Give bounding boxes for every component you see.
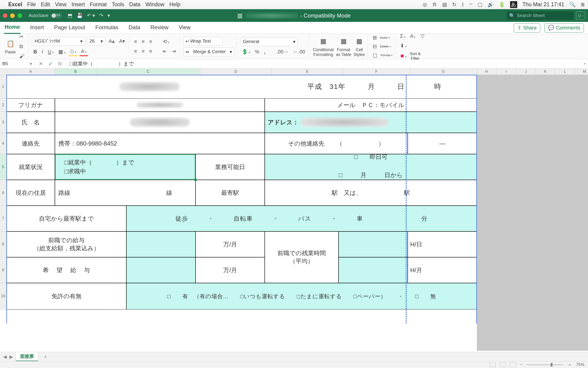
feedback-button[interactable]: ☺ — [576, 11, 585, 20]
spotlight-icon[interactable]: 🔍 — [569, 2, 576, 8]
menu-help[interactable]: Help — [170, 1, 180, 8]
fullscreen-button[interactable] — [18, 13, 22, 18]
rowhdr-10[interactable]: 10 — [0, 283, 6, 310]
paste-button[interactable]: 📋 Paste — [5, 38, 16, 55]
align-bottom-icon[interactable]: ≡ — [148, 38, 154, 46]
qat-home-icon[interactable]: ⬒ — [67, 13, 72, 19]
fill-color-button[interactable]: ◇ — [69, 47, 78, 56]
font-size-select[interactable]: 26▾ — [87, 37, 105, 46]
colhdr-K[interactable]: K — [536, 68, 555, 75]
colhdr-E[interactable]: E — [272, 68, 343, 75]
battery-icon[interactable]: 🔋 — [499, 2, 505, 8]
tab-pagelayout[interactable]: Page Layout — [54, 22, 86, 33]
menu-window[interactable]: Window — [145, 1, 164, 8]
merge-center-button[interactable]: ⇔Merge & Center▾ — [183, 47, 234, 56]
wifi-icon[interactable]: ⌔ — [470, 2, 472, 8]
autosave-switch[interactable]: OFF — [51, 13, 62, 18]
menu-tools[interactable]: Tools — [112, 1, 124, 8]
menu-view[interactable]: View — [55, 1, 67, 8]
dropbox-icon[interactable]: ⩎ — [432, 2, 437, 8]
tab-home[interactable]: Home — [4, 22, 20, 34]
font-color-button[interactable]: A — [79, 47, 88, 56]
status-icon[interactable]: ◎ — [423, 2, 427, 8]
colhdr-C[interactable]: C — [96, 68, 200, 75]
tab-insert[interactable]: Insert — [30, 22, 45, 33]
controlcenter-icon[interactable]: ≣ — [581, 2, 585, 8]
colhdr-L[interactable]: L — [555, 68, 575, 75]
menu-data[interactable]: Data — [129, 1, 140, 8]
clear-icon[interactable]: ✖ — [399, 52, 408, 60]
sheet-nav-prev[interactable]: ◀ — [3, 354, 7, 359]
rowhdr-9[interactable]: 9 — [0, 257, 6, 283]
menu-insert[interactable]: Insert — [71, 1, 85, 8]
sheet-tab-active[interactable]: 面接票 — [16, 352, 38, 361]
zoom-in-button[interactable]: ＋ — [568, 362, 572, 368]
conditional-formatting-button[interactable]: ▦Conditional Formatting — [313, 36, 334, 57]
font-name-select[interactable]: HGSｺﾞｼｯｸM▾ — [32, 37, 85, 46]
worksheet[interactable]: A B C A B C D E F G H I J K L M 1 2 3 4 … — [0, 68, 588, 351]
rowhdr-8[interactable]: 8 — [0, 231, 6, 257]
value-commute[interactable]: 徒歩 ・ 自転車 ・ バス ・ 車 分 — [126, 206, 477, 231]
rowhdr-7[interactable]: 7 — [0, 206, 6, 231]
copy-icon[interactable]: ⧉ — [18, 43, 26, 50]
colhdr-H[interactable]: H — [477, 68, 496, 75]
autosum-icon[interactable]: Σ — [399, 32, 407, 40]
value-overtime-month[interactable] — [338, 257, 408, 283]
underline-button[interactable]: U — [46, 48, 55, 56]
sheet-nav-next[interactable]: ▶ — [10, 354, 13, 359]
date-field[interactable]: 平成 31年 月 日 時 — [272, 75, 477, 98]
fx-icon[interactable]: fx — [58, 61, 62, 67]
rowhdr-5[interactable]: 5 — [0, 154, 6, 180]
value-overtime-day[interactable] — [338, 231, 408, 257]
tab-formulas[interactable]: Formulas — [95, 22, 119, 33]
align-left-icon[interactable]: ≡ — [133, 47, 138, 55]
sort-az-icon[interactable]: A↓ — [409, 32, 417, 40]
align-middle-icon[interactable]: ≡ — [140, 38, 146, 46]
menu-format[interactable]: Format — [90, 1, 107, 8]
bold-button[interactable]: B — [32, 48, 39, 56]
formula-input[interactable]: □就業中（ ）まで — [67, 60, 582, 67]
decrease-decimal-icon[interactable]: ←.00 — [292, 48, 307, 56]
app-name[interactable]: Excel — [8, 1, 22, 8]
tab-view[interactable]: View — [178, 22, 191, 33]
increase-decimal-icon[interactable]: .00→ — [275, 48, 290, 56]
cancel-formula-icon[interactable]: ✕ — [39, 61, 43, 67]
delete-cells-icon[interactable]: ⊟ — [371, 43, 378, 50]
format-cells-button[interactable]: Format — [381, 54, 393, 57]
value-line[interactable]: 路線 線 — [55, 180, 195, 206]
accounting-icon[interactable]: 💲 — [240, 48, 251, 56]
share-button[interactable]: ⇪Share — [514, 23, 540, 32]
value-license[interactable]: □ 有 （有の場合… □いつも運転する □たまに運転する □ペーパー） ・ □ … — [126, 283, 477, 310]
value-station[interactable]: 駅 又は、 駅 — [265, 180, 477, 206]
view-pagelayout-icon[interactable] — [500, 362, 506, 367]
rowhdr-1[interactable]: 1 — [0, 75, 6, 98]
colhdr-A[interactable]: A — [6, 68, 55, 75]
search-sheet-input[interactable]: 🔍 Search Sheet — [507, 11, 574, 20]
colhdr-D[interactable]: D — [200, 68, 272, 75]
rowhdr-2[interactable]: 2 — [0, 98, 6, 112]
tray-icon[interactable]: ▤ — [442, 2, 447, 8]
menu-edit[interactable]: Edit — [41, 1, 50, 8]
cut-icon[interactable]: ✂ — [18, 33, 26, 41]
minimize-button[interactable] — [10, 13, 15, 18]
expand-formula-icon[interactable]: ▾ — [582, 59, 588, 68]
close-button[interactable] — [3, 13, 7, 18]
colhdr-J[interactable]: J — [516, 68, 536, 75]
number-format-select[interactable]: General▾ — [240, 37, 298, 46]
name-box[interactable]: B5▾ — [0, 59, 35, 68]
colhdr-F[interactable]: F — [343, 68, 410, 75]
cell-styles-button[interactable]: ▦Cell Styles — [354, 36, 365, 57]
comments-button[interactable]: 💬Comments — [544, 23, 584, 32]
wrap-text-button[interactable]: ↩Wrap Text — [183, 37, 222, 46]
zoom-out-button[interactable]: − — [520, 362, 522, 367]
select-all-corner[interactable] — [0, 68, 6, 75]
rowhdr-3[interactable]: 3 — [0, 112, 6, 133]
timemachine-icon[interactable]: ↻ — [452, 2, 456, 8]
value-prev-salary[interactable] — [126, 231, 195, 257]
align-center-icon[interactable]: ≡ — [140, 47, 146, 55]
align-right-icon[interactable]: ≡ — [148, 47, 154, 55]
view-normal-icon[interactable] — [490, 362, 496, 367]
label-other-contact[interactable]: その他連絡先 （ ） — [265, 133, 408, 154]
qat-undo-icon[interactable]: ↶ ▾ — [87, 13, 95, 19]
menu-file[interactable]: File — [27, 1, 36, 8]
